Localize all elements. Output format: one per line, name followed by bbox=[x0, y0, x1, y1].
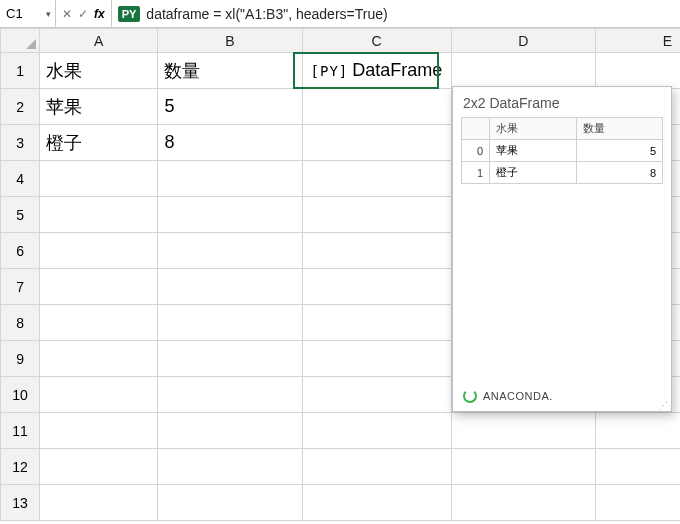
preview-row: 1 橙子 8 bbox=[462, 162, 663, 184]
cell-B11[interactable] bbox=[158, 413, 302, 449]
cell-D1[interactable] bbox=[451, 53, 595, 89]
name-box[interactable]: C1 ▾ bbox=[0, 0, 56, 27]
resize-grip-icon[interactable]: ⋰ bbox=[658, 403, 669, 409]
python-badge: PY bbox=[118, 6, 141, 22]
cell-B8[interactable] bbox=[158, 305, 302, 341]
cell-A2[interactable]: 苹果 bbox=[40, 89, 158, 125]
python-cell-label: DataFrame bbox=[352, 60, 442, 81]
col-header-A[interactable]: A bbox=[40, 29, 158, 53]
cell-C8[interactable] bbox=[302, 305, 451, 341]
cell-B7[interactable] bbox=[158, 269, 302, 305]
row-header-2[interactable]: 2 bbox=[1, 89, 40, 125]
col-header-E[interactable]: E bbox=[595, 29, 680, 53]
col-header-C[interactable]: C bbox=[302, 29, 451, 53]
row-header-9[interactable]: 9 bbox=[1, 341, 40, 377]
formula-input[interactable]: dataframe = xl("A1:B3", headers=True) bbox=[144, 6, 680, 22]
preview-row: 0 苹果 5 bbox=[462, 140, 663, 162]
cell-C12[interactable] bbox=[302, 449, 451, 485]
row-header-5[interactable]: 5 bbox=[1, 197, 40, 233]
accept-icon[interactable]: ✓ bbox=[78, 7, 88, 21]
name-box-value: C1 bbox=[6, 6, 23, 21]
select-all-corner[interactable] bbox=[1, 29, 40, 53]
preview-col-1: 水果 bbox=[490, 118, 577, 140]
cell-B1[interactable]: 数量 bbox=[158, 53, 302, 89]
preview-footer: ANACONDA. bbox=[453, 381, 671, 411]
cell-A6[interactable] bbox=[40, 233, 158, 269]
preview-col-2: 数量 bbox=[576, 118, 663, 140]
cell-A9[interactable] bbox=[40, 341, 158, 377]
cell-C3[interactable] bbox=[302, 125, 451, 161]
cell-A1[interactable]: 水果 bbox=[40, 53, 158, 89]
cell-A13[interactable] bbox=[40, 485, 158, 521]
cell-B6[interactable] bbox=[158, 233, 302, 269]
cell-C2[interactable] bbox=[302, 89, 451, 125]
preview-table: 水果 数量 0 苹果 5 1 橙子 8 bbox=[461, 117, 663, 184]
cell-A3[interactable]: 橙子 bbox=[40, 125, 158, 161]
row-header-8[interactable]: 8 bbox=[1, 305, 40, 341]
formula-tools: ✕ ✓ fx bbox=[56, 0, 112, 27]
cell-B5[interactable] bbox=[158, 197, 302, 233]
cell-E12[interactable] bbox=[595, 449, 680, 485]
cancel-icon[interactable]: ✕ bbox=[62, 7, 72, 21]
cell-C6[interactable] bbox=[302, 233, 451, 269]
preview-title: 2x2 DataFrame bbox=[453, 87, 671, 117]
cell-E1[interactable] bbox=[595, 53, 680, 89]
cell-C5[interactable] bbox=[302, 197, 451, 233]
cell-A7[interactable] bbox=[40, 269, 158, 305]
cell-C13[interactable] bbox=[302, 485, 451, 521]
formula-bar: C1 ▾ ✕ ✓ fx PY dataframe = xl("A1:B3", h… bbox=[0, 0, 680, 28]
cell-A4[interactable] bbox=[40, 161, 158, 197]
cell-D13[interactable] bbox=[451, 485, 595, 521]
cell-C7[interactable] bbox=[302, 269, 451, 305]
cell-B4[interactable] bbox=[158, 161, 302, 197]
cell-B13[interactable] bbox=[158, 485, 302, 521]
cell-A10[interactable] bbox=[40, 377, 158, 413]
row-header-6[interactable]: 6 bbox=[1, 233, 40, 269]
row-header-13[interactable]: 13 bbox=[1, 485, 40, 521]
cell-B3[interactable]: 8 bbox=[158, 125, 302, 161]
cell-D12[interactable] bbox=[451, 449, 595, 485]
col-header-D[interactable]: D bbox=[451, 29, 595, 53]
row-header-10[interactable]: 10 bbox=[1, 377, 40, 413]
cell-B10[interactable] bbox=[158, 377, 302, 413]
dataframe-preview-card: 2x2 DataFrame 水果 数量 0 苹果 5 1 橙子 8 bbox=[452, 86, 672, 412]
cell-B12[interactable] bbox=[158, 449, 302, 485]
cell-B9[interactable] bbox=[158, 341, 302, 377]
row-header-11[interactable]: 11 bbox=[1, 413, 40, 449]
row-header-3[interactable]: 3 bbox=[1, 125, 40, 161]
cell-C10[interactable] bbox=[302, 377, 451, 413]
spreadsheet-grid[interactable]: A B C D E 1 水果 数量 [PY] DataFrame bbox=[0, 28, 680, 521]
cell-A12[interactable] bbox=[40, 449, 158, 485]
anaconda-brand: ANACONDA. bbox=[483, 390, 553, 402]
cell-C4[interactable] bbox=[302, 161, 451, 197]
col-header-B[interactable]: B bbox=[158, 29, 302, 53]
cell-C9[interactable] bbox=[302, 341, 451, 377]
cell-C1[interactable]: [PY] DataFrame bbox=[302, 53, 451, 89]
cell-C11[interactable] bbox=[302, 413, 451, 449]
cell-A5[interactable] bbox=[40, 197, 158, 233]
cell-A8[interactable] bbox=[40, 305, 158, 341]
cell-E11[interactable] bbox=[595, 413, 680, 449]
cell-D11[interactable] bbox=[451, 413, 595, 449]
anaconda-icon bbox=[463, 389, 477, 403]
chevron-down-icon[interactable]: ▾ bbox=[46, 9, 51, 19]
cell-E13[interactable] bbox=[595, 485, 680, 521]
row-header-1[interactable]: 1 bbox=[1, 53, 40, 89]
row-header-4[interactable]: 4 bbox=[1, 161, 40, 197]
row-header-12[interactable]: 12 bbox=[1, 449, 40, 485]
row-header-7[interactable]: 7 bbox=[1, 269, 40, 305]
preview-index-header bbox=[462, 118, 490, 140]
fx-icon[interactable]: fx bbox=[94, 7, 105, 21]
python-cell-icon: [PY] bbox=[309, 63, 351, 79]
cell-A11[interactable] bbox=[40, 413, 158, 449]
cell-B2[interactable]: 5 bbox=[158, 89, 302, 125]
